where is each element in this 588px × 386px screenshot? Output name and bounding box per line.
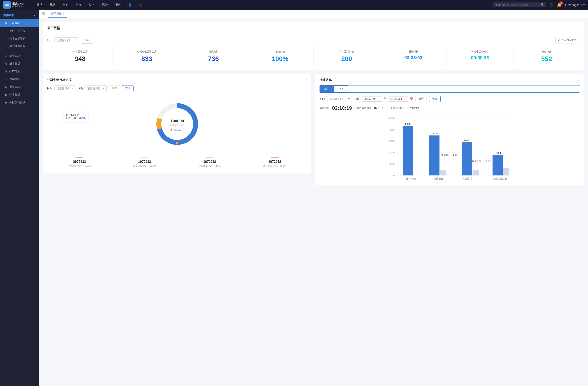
sidebar-icon-sales-analysis: ◉ bbox=[4, 93, 7, 96]
tab-close-icon[interactable]: × bbox=[63, 12, 64, 15]
content-area: ☰ 公司看板 × 今日数据 部门 请选择部门 查询 bbox=[39, 10, 588, 386]
metric-dial-count: 拨打次数 100% bbox=[247, 47, 314, 66]
sidebar-label-funnel: 漏斗分析 bbox=[9, 54, 20, 58]
settings-display-button[interactable]: ⚙ 设置显示指标 bbox=[555, 37, 580, 43]
metric-call-duration: 通话时长 03:33:03 bbox=[380, 47, 447, 66]
call-stats-row: 通话时长 02:10:19 有效通话时长 02:10:19 平均通话时长 02:… bbox=[319, 105, 580, 111]
sidebar-section-header[interactable]: 数据看板 ▲ bbox=[0, 11, 39, 19]
comm-panel: 沟通效率 ⤢ 部门 个人 部门 请选择部门 日期 bbox=[315, 74, 584, 185]
comm-reset-button[interactable]: 重置 bbox=[415, 96, 427, 102]
target-select[interactable]: 请选择目标 bbox=[54, 85, 76, 91]
total-duration-label: 通话时长 bbox=[319, 107, 329, 110]
bottom-metrics: 8972932 已完成量（元）| 70.9% 1072932 未完成量（元）| … bbox=[47, 156, 307, 169]
nav-enroll[interactable]: 报名 bbox=[114, 3, 122, 7]
call-stat-total-duration: 通话时长 02:10:19 bbox=[319, 105, 352, 111]
date-end-input[interactable] bbox=[388, 96, 408, 102]
sidebar-item-company-board[interactable]: 🏠 公司看板 bbox=[0, 19, 39, 27]
nav-ops[interactable]: 运营 bbox=[101, 3, 109, 7]
user-dropdown-icon[interactable]: ▾ bbox=[583, 3, 585, 6]
sidebar-icon-company: 🏠 bbox=[4, 21, 7, 25]
tablet-icon[interactable]: 📱 bbox=[549, 3, 554, 7]
bar-chart-area: 50000 40000 30000 20000 10000 0 bbox=[319, 115, 580, 181]
today-query-button[interactable]: 查询 bbox=[81, 37, 93, 43]
tab-dept[interactable]: 部门 bbox=[320, 85, 334, 92]
sidebar-item-promo-analysis[interactable]: ⊙ 推广分析 bbox=[0, 68, 39, 75]
svg-text:29000: 29000 bbox=[464, 139, 470, 142]
nav-customers[interactable]: 客户 bbox=[62, 3, 69, 7]
calendar-icon[interactable]: 📅 bbox=[409, 97, 413, 101]
comm-panel-header: 沟通效率 ⤢ bbox=[319, 78, 580, 82]
sidebar-item-data-flow[interactable]: ⊞ 数据流转记录 bbox=[0, 98, 39, 106]
settings-label: 设置显示指标 bbox=[561, 38, 577, 42]
nav-phone-icon[interactable]: 📞 bbox=[138, 3, 143, 6]
tab-company-board[interactable]: 公司看板 × bbox=[48, 10, 67, 18]
sidebar-item-funnel[interactable]: ▽ 漏斗分析 bbox=[0, 52, 39, 60]
sidebar-label-promo-analysis: 推广分析 bbox=[9, 70, 20, 73]
nav-finance[interactable]: 财务 bbox=[88, 3, 96, 7]
target-filters: 目标 请选择目标 周期 请选择周期 重置 查询 bbox=[47, 85, 307, 91]
sidebar-label-visitor: 访客分析 bbox=[9, 77, 20, 81]
expand-icon[interactable]: ⤢ bbox=[305, 78, 307, 82]
tab-bar-menu-icon[interactable]: ☰ bbox=[42, 12, 45, 16]
sidebar-item-sales-analysis[interactable]: ◉ 销售分析 bbox=[0, 91, 39, 98]
logo-text: 云朵CRM 教育机构一站 bbox=[12, 2, 24, 8]
bm-bar-should bbox=[206, 157, 214, 158]
nav-data[interactable]: 数据 bbox=[36, 3, 43, 7]
sidebar-label-cost: 成本分析 bbox=[9, 62, 20, 65]
username: manager11 bbox=[567, 3, 582, 6]
search-input[interactable] bbox=[511, 3, 540, 6]
nav-public[interactable]: 公海 bbox=[75, 3, 83, 7]
comm-dept-select[interactable]: 请选择部门 bbox=[327, 96, 352, 102]
metric-eff-consult: 今日有效首咨客户 833 bbox=[113, 47, 180, 66]
period-select[interactable]: 请选择周期 bbox=[85, 85, 106, 91]
right-column: 沟通效率 ⤢ 部门 个人 部门 请选择部门 日期 bbox=[315, 74, 584, 185]
search-type-select[interactable]: 手机号码 bbox=[495, 3, 508, 6]
comm-expand-icon[interactable]: ⤢ bbox=[577, 78, 580, 82]
search-icon[interactable]: 🔍 bbox=[541, 3, 544, 6]
sidebar-item-visitor[interactable]: ♡ 访客分析 bbox=[0, 75, 39, 83]
comm-filters: 部门 请选择部门 日期 至 📅 重置 bbox=[319, 96, 580, 102]
metric-value-0: 948 bbox=[49, 55, 112, 63]
total-duration-value: 02:10:19 bbox=[332, 105, 352, 111]
bm-exceeded: 1072932 超额完成（元）| 89.9% bbox=[242, 156, 307, 169]
svg-text:10000: 10000 bbox=[388, 163, 395, 165]
metric-revisit: 回访人数 736 bbox=[180, 47, 247, 66]
sidebar-icon-promo bbox=[4, 29, 7, 32]
donut-tooltip-value: 1072932 bbox=[66, 114, 86, 116]
comm-query-button[interactable]: 查询 bbox=[429, 96, 441, 102]
target-query-button[interactable]: 查询 bbox=[122, 85, 133, 91]
date-start-input[interactable] bbox=[362, 96, 382, 102]
dept-select[interactable]: 请选择部门 bbox=[54, 37, 79, 43]
target-reset-button[interactable]: 重置 bbox=[109, 85, 120, 91]
sidebar-icon-channel: ◈ bbox=[4, 85, 7, 89]
sidebar-icon-promo-analysis: ⊙ bbox=[4, 70, 7, 73]
sidebar-label-sales: 销售主管看板 bbox=[9, 37, 25, 40]
sidebar-item-sales-board[interactable]: 销售主管看板 bbox=[0, 35, 39, 42]
svg-text:20000: 20000 bbox=[388, 151, 395, 154]
eff-duration-value: 02:10:19 bbox=[374, 107, 385, 110]
logo: 云朵 云朵CRM 教育机构一站 bbox=[3, 1, 36, 9]
tab-personal[interactable]: 个人 bbox=[334, 85, 348, 92]
nav-person-icon[interactable]: 👤 bbox=[127, 3, 132, 6]
dept-filter-row: 部门 请选择部门 查询 ⚙ 设置显示指标 bbox=[47, 37, 580, 43]
notification-icon[interactable]: 🔔 5 bbox=[557, 3, 562, 7]
nav-leads[interactable]: 线索 bbox=[49, 3, 56, 7]
sidebar-item-customer-board[interactable]: 客户经理看板 bbox=[0, 42, 39, 50]
bm-bar-completed bbox=[75, 157, 84, 158]
sidebar-item-promo-board[interactable]: 推广主管看板 bbox=[0, 27, 39, 35]
comm-tab-buttons: 部门 个人 bbox=[319, 85, 580, 93]
avg-duration-label: 平均通话时长 bbox=[390, 107, 405, 110]
sidebar-item-cost[interactable]: ◎ 成本分析 bbox=[0, 60, 39, 68]
metrics-row: 今日首咨客户 948 今日有效首咨客户 833 回访人数 736 拨打次数 10… bbox=[47, 47, 580, 66]
metric-value-2: 736 bbox=[182, 55, 245, 63]
metric-value-3: 100% bbox=[249, 55, 312, 63]
metric-label-2: 回访人数 bbox=[182, 50, 245, 54]
svg-text:接通率：70.9%: 接通率：70.9% bbox=[441, 154, 458, 156]
svg-text:35000: 35000 bbox=[431, 132, 438, 135]
bm-label-2: 应完成量（元）| 8.9% bbox=[179, 164, 241, 168]
sidebar-item-channel[interactable]: ◈ 渠道分析 bbox=[0, 83, 39, 91]
sidebar-icon-visitor: ♡ bbox=[4, 77, 7, 81]
bm-value-0: 8972932 bbox=[49, 160, 110, 164]
metric-label-3: 拨打次数 bbox=[249, 50, 312, 54]
user-info[interactable]: manager11 ▾ bbox=[565, 3, 585, 6]
